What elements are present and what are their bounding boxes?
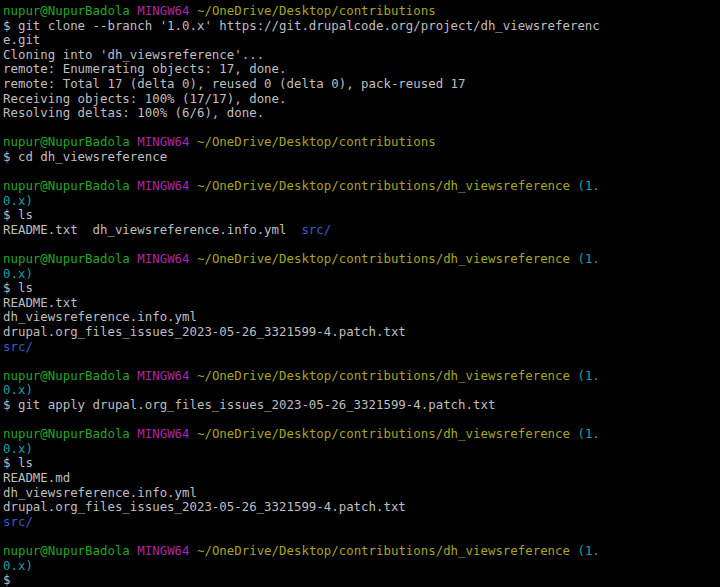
prompt-cwd: ~/OneDrive/Desktop/contributions [197, 134, 436, 149]
terminal-line: src/ [3, 340, 720, 355]
terminal-line: README.txt dh_viewsreference.info.yml sr… [3, 223, 720, 238]
prompt-user-host: nupur@NupurBadola [3, 251, 130, 266]
command: $ ls [3, 207, 33, 222]
prompt-platform: MINGW64 [137, 426, 189, 441]
terminal-line: src/ [3, 515, 720, 530]
terminal-line: $ [3, 573, 720, 587]
output: drupal.org_files_issues_2023-05-26_33215… [3, 499, 406, 514]
output: drupal.org_files_issues_2023-05-26_33215… [3, 324, 406, 339]
prompt-cwd: ~/OneDrive/Desktop/contributions/dh_view… [197, 368, 570, 383]
prompt-platform: MINGW64 [137, 134, 189, 149]
terminal-line: nupur@NupurBadola MINGW64 ~/OneDrive/Des… [3, 369, 720, 384]
command: $ git apply drupal.org_files_issues_2023… [3, 397, 495, 412]
terminal-line: README.md [3, 471, 720, 486]
prompt-user-host: nupur@NupurBadola [3, 178, 130, 193]
prompt-cwd: ~/OneDrive/Desktop/contributions/dh_view… [197, 426, 570, 441]
command: $ ls [3, 455, 33, 470]
terminal-line: e.git [3, 33, 720, 48]
terminal-text [190, 426, 197, 441]
prompt-platform: MINGW64 [137, 251, 189, 266]
terminal-line: nupur@NupurBadola MINGW64 ~/OneDrive/Des… [3, 135, 720, 150]
terminal-text [190, 178, 197, 193]
prompt-cwd: ~/OneDrive/Desktop/contributions [197, 3, 436, 18]
terminal-line: README.txt [3, 296, 720, 311]
terminal-line [3, 529, 720, 544]
prompt-platform: MINGW64 [137, 3, 189, 18]
output: Cloning into 'dh_viewsreference'... [3, 47, 264, 62]
terminal-text [190, 543, 197, 558]
command: $ git clone --branch '1.0.x' https://git… [3, 18, 600, 33]
directory-entry: src/ [301, 222, 331, 237]
prompt-git-branch: (1. [577, 426, 599, 441]
prompt-git-branch: 0.x) [3, 382, 33, 397]
terminal-line: 0.x) [3, 194, 720, 209]
terminal-line: drupal.org_files_issues_2023-05-26_33215… [3, 500, 720, 515]
prompt-cwd: ~/OneDrive/Desktop/contributions/dh_view… [197, 178, 570, 193]
terminal-line: 0.x) [3, 559, 720, 574]
terminal-line: dh_viewsreference.info.yml [3, 310, 720, 325]
output: README.txt [3, 295, 78, 310]
output: remote: Enumerating objects: 17, done. [3, 61, 286, 76]
terminal-line: Receiving objects: 100% (17/17), done. [3, 92, 720, 107]
output: Receiving objects: 100% (17/17), done. [3, 91, 286, 106]
command: $ cd dh_viewsreference [3, 149, 167, 164]
terminal-line: remote: Enumerating objects: 17, done. [3, 62, 720, 77]
terminal-line [3, 238, 720, 253]
terminal-line: nupur@NupurBadola MINGW64 ~/OneDrive/Des… [3, 179, 720, 194]
prompt-git-branch: (1. [577, 543, 599, 558]
terminal-line: $ git apply drupal.org_files_issues_2023… [3, 398, 720, 413]
terminal-line: $ git clone --branch '1.0.x' https://git… [3, 19, 720, 34]
terminal-line [3, 165, 720, 180]
directory-entry: src/ [3, 514, 33, 529]
directory-entry: src/ [3, 339, 33, 354]
terminal-line: nupur@NupurBadola MINGW64 ~/OneDrive/Des… [3, 544, 720, 559]
terminal-line [3, 413, 720, 428]
terminal-line: drupal.org_files_issues_2023-05-26_33215… [3, 325, 720, 340]
prompt-git-branch: 0.x) [3, 441, 33, 456]
prompt-cwd: ~/OneDrive/Desktop/contributions/dh_view… [197, 251, 570, 266]
terminal-text [190, 3, 197, 18]
terminal-line: Resolving deltas: 100% (6/6), done. [3, 106, 720, 121]
terminal-line: nupur@NupurBadola MINGW64 ~/OneDrive/Des… [3, 252, 720, 267]
terminal-text [190, 134, 197, 149]
output: dh_viewsreference.info.yml [3, 309, 197, 324]
terminal-text [190, 368, 197, 383]
terminal-line [3, 121, 720, 136]
terminal-line: nupur@NupurBadola MINGW64 ~/OneDrive/Des… [3, 4, 720, 19]
prompt-git-branch: 0.x) [3, 558, 33, 573]
prompt-platform: MINGW64 [137, 543, 189, 558]
output: README.txt dh_viewsreference.info.yml [3, 222, 301, 237]
terminal-line: $ ls [3, 456, 720, 471]
prompt-user-host: nupur@NupurBadola [3, 134, 130, 149]
terminal-screen[interactable]: nupur@NupurBadola MINGW64 ~/OneDrive/Des… [0, 0, 720, 587]
output: README.md [3, 470, 70, 485]
output: dh_viewsreference.info.yml [3, 485, 197, 500]
prompt-user-host: nupur@NupurBadola [3, 543, 130, 558]
terminal-line: remote: Total 17 (delta 0), reused 0 (de… [3, 77, 720, 92]
terminal-line [3, 354, 720, 369]
prompt-platform: MINGW64 [137, 178, 189, 193]
terminal-line: dh_viewsreference.info.yml [3, 486, 720, 501]
output: remote: Total 17 (delta 0), reused 0 (de… [3, 76, 466, 91]
prompt-user-host: nupur@NupurBadola [3, 3, 130, 18]
output: Resolving deltas: 100% (6/6), done. [3, 105, 264, 120]
terminal-line: Cloning into 'dh_viewsreference'... [3, 48, 720, 63]
command: $ ls [3, 280, 33, 295]
prompt-cwd: ~/OneDrive/Desktop/contributions/dh_view… [197, 543, 570, 558]
prompt-dollar: $ [3, 572, 10, 587]
terminal-line: 0.x) [3, 267, 720, 282]
prompt-user-host: nupur@NupurBadola [3, 368, 130, 383]
prompt-git-branch: 0.x) [3, 193, 33, 208]
prompt-git-branch: (1. [577, 251, 599, 266]
terminal-line: $ cd dh_viewsreference [3, 150, 720, 165]
terminal-text [190, 251, 197, 266]
prompt-git-branch: (1. [577, 178, 599, 193]
terminal-line: 0.x) [3, 442, 720, 457]
terminal-line: $ ls [3, 281, 720, 296]
command: e.git [3, 32, 40, 47]
terminal-line: 0.x) [3, 383, 720, 398]
prompt-git-branch: (1. [577, 368, 599, 383]
prompt-git-branch: 0.x) [3, 266, 33, 281]
terminal-line: nupur@NupurBadola MINGW64 ~/OneDrive/Des… [3, 427, 720, 442]
prompt-user-host: nupur@NupurBadola [3, 426, 130, 441]
